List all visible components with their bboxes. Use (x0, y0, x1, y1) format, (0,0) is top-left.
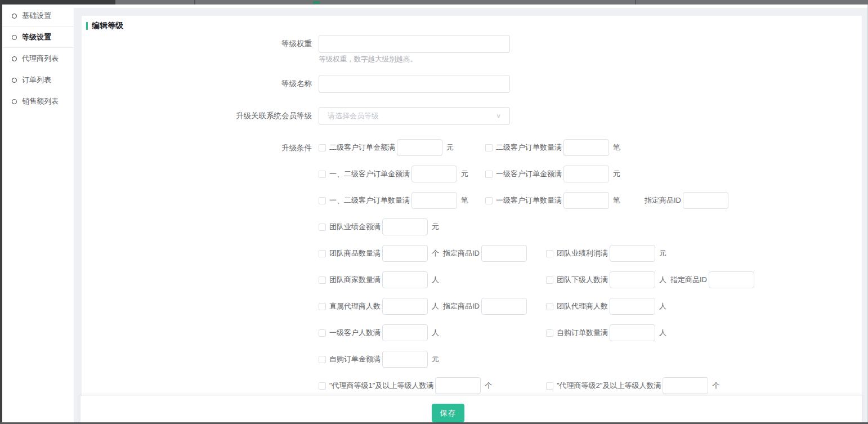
checkbox[interactable] (319, 356, 326, 363)
section-title: 编辑等级 (86, 21, 851, 30)
sidebar-item-sales-list[interactable]: 销售额列表 (2, 91, 74, 112)
condition-value-input[interactable] (411, 166, 457, 182)
settings-sidebar: 基础设置 等级设置 代理商列表 订单列表 销售额列表 (2, 5, 74, 422)
condition-value-input[interactable] (411, 192, 457, 209)
radio-circle-icon (12, 99, 17, 104)
condition-row: 二级客户订单金额满 元 二级客户订单数量满 笔 (319, 139, 754, 156)
level-weight-row: 等级权重 等级权重，数字越大级别越高。 (86, 35, 851, 64)
checkbox[interactable] (319, 144, 326, 151)
checkbox[interactable] (485, 144, 493, 151)
edit-level-panel: 编辑等级 等级权重 等级权重，数字越大级别越高。 等级名称 升级关联系统会员等级… (82, 16, 862, 396)
condition-row: 团队商家数量满 人 团队下级人数满 人 指定商品ID (319, 271, 754, 288)
condition-item: 一、二级客户订单数量满 笔 (319, 192, 485, 209)
chrome-segment (0, 0, 115, 5)
radio-circle-icon (12, 14, 17, 19)
sidebar-item-label: 等级设置 (22, 32, 51, 42)
condition-value-input[interactable] (663, 377, 708, 394)
condition-item: 团队业绩利润满 元 (546, 245, 666, 262)
checkbox[interactable] (319, 382, 326, 390)
condition-value-input[interactable] (563, 192, 609, 209)
checkbox[interactable] (319, 276, 326, 284)
product-id-label: 指定商品ID (443, 248, 480, 258)
level-weight-hint: 等级权重，数字越大级别越高。 (319, 55, 510, 64)
top-strip (2, 5, 868, 8)
condition-row: 直属代理商人数 人 指定商品ID 团队代理商人数 人 (319, 298, 754, 315)
level-name-label: 等级名称 (86, 75, 319, 89)
condition-item: 团队代理商人数 人 (546, 298, 666, 315)
save-button[interactable]: 保存 (432, 404, 464, 422)
condition-item: 一级客户人数满 人 (319, 324, 546, 341)
checkbox[interactable] (319, 171, 326, 178)
checkbox[interactable] (319, 329, 326, 337)
radio-circle-icon (12, 35, 17, 40)
level-name-row: 等级名称 (86, 75, 851, 93)
checkbox[interactable] (546, 276, 553, 284)
product-id-input[interactable] (683, 192, 728, 209)
condition-row: "代理商等级1"及以上等级人数满 个 "代理商等级2"及以上等级人数满 个 (319, 377, 754, 394)
condition-value-input[interactable] (610, 324, 655, 341)
condition-row: 一、二级客户订单金额满 元 一级客户订单金额满 元 (319, 166, 754, 182)
chrome-divider (194, 0, 195, 5)
condition-item: "代理商等级1"及以上等级人数满 个 (319, 377, 546, 394)
checkbox[interactable] (546, 303, 553, 310)
radio-circle-icon (12, 56, 17, 61)
checkbox[interactable] (319, 197, 326, 204)
checkbox[interactable] (319, 224, 326, 231)
condition-value-input[interactable] (610, 271, 655, 288)
checkbox[interactable] (485, 171, 493, 178)
product-id-input[interactable] (481, 245, 527, 262)
condition-row: 一、二级客户订单数量满 笔 一级客户订单数量满 笔 指定商品ID (319, 192, 754, 209)
condition-item: 一级客户订单数量满 笔 指定商品ID (485, 192, 728, 209)
condition-item: 团队商家数量满 人 (319, 271, 546, 288)
condition-item: 直属代理商人数 人 指定商品ID (319, 298, 546, 315)
member-level-label: 升级关联系统会员等级 (86, 107, 319, 121)
condition-value-input[interactable] (610, 245, 655, 262)
condition-value-input[interactable] (382, 218, 428, 235)
window-left-border (0, 0, 2, 424)
conditions-grid: 二级客户订单金额满 元 二级客户订单数量满 笔 一、二级客户订单金额满 元 (319, 139, 754, 404)
sidebar-item-label: 订单列表 (22, 75, 51, 85)
condition-row: 自购订单金额满 元 (319, 351, 754, 368)
condition-value-input[interactable] (382, 271, 428, 288)
checkbox[interactable] (319, 250, 326, 257)
condition-row: 团队商品数量满 个 指定商品ID 团队业绩利润满 元 (319, 245, 754, 262)
checkbox[interactable] (319, 303, 326, 310)
title-accent-bar (86, 22, 88, 30)
condition-value-input[interactable] (397, 139, 442, 156)
page-title: 编辑等级 (92, 21, 123, 31)
condition-value-input[interactable] (382, 298, 428, 315)
product-id-label: 指定商品ID (645, 195, 681, 206)
chevron-down-icon: ∨ (496, 113, 501, 119)
condition-value-input[interactable] (382, 324, 428, 341)
condition-value-input[interactable] (563, 166, 609, 182)
sidebar-item-label: 代理商列表 (22, 53, 59, 64)
checkbox[interactable] (546, 382, 553, 390)
sidebar-item-level-settings[interactable]: 等级设置 (2, 26, 74, 48)
product-id-input[interactable] (709, 271, 754, 288)
condition-value-input[interactable] (610, 298, 655, 315)
level-name-input[interactable] (319, 75, 510, 93)
checkbox[interactable] (546, 329, 553, 337)
condition-value-input[interactable] (382, 245, 428, 262)
condition-value-input[interactable] (563, 139, 609, 156)
level-weight-label: 等级权重 (86, 35, 319, 49)
level-weight-input[interactable] (319, 35, 510, 53)
sidebar-item-agent-list[interactable]: 代理商列表 (2, 48, 74, 69)
sidebar-item-basic-settings[interactable]: 基础设置 (2, 5, 74, 26)
checkbox[interactable] (546, 250, 553, 257)
condition-item: 团队下级人数满 人 指定商品ID (546, 271, 754, 288)
sidebar-item-order-list[interactable]: 订单列表 (2, 69, 74, 91)
condition-value-input[interactable] (382, 351, 428, 368)
product-id-input[interactable] (481, 298, 527, 315)
chrome-divider (635, 0, 636, 5)
condition-item: 团队业绩金额满 元 (319, 218, 546, 235)
sidebar-item-label: 销售额列表 (22, 96, 59, 106)
condition-value-input[interactable] (435, 377, 481, 394)
condition-item: 一级客户订单金额满 元 (485, 166, 620, 182)
checkbox[interactable] (485, 197, 493, 204)
member-level-row: 升级关联系统会员等级 请选择会员等级 ∨ (86, 107, 851, 125)
condition-row: 团队业绩金额满 元 (319, 218, 754, 235)
product-id-label: 指定商品ID (443, 301, 480, 311)
member-level-select[interactable]: 请选择会员等级 ∨ (319, 107, 510, 125)
condition-item: 自购订单金额满 元 (319, 351, 546, 368)
